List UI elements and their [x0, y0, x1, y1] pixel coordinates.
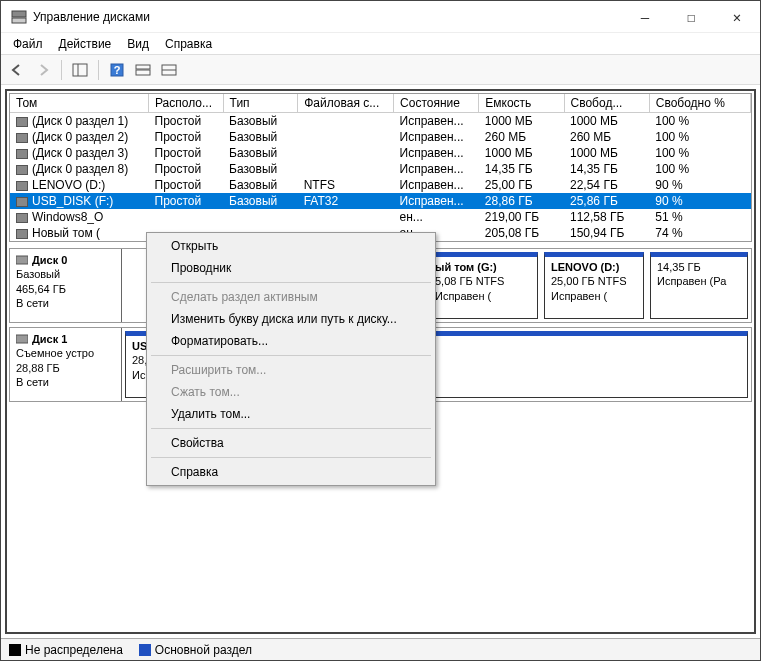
disk-icon — [16, 254, 28, 266]
col-capacity[interactable]: Емкость — [479, 94, 564, 113]
ctx-help[interactable]: Справка — [149, 461, 433, 483]
legend-primary: Основной раздел — [155, 643, 252, 657]
views-button[interactable] — [68, 58, 92, 82]
partition-oem[interactable]: 14,35 ГБ Исправен (Ра — [650, 252, 748, 319]
ctx-extend: Расширить том... — [149, 359, 433, 381]
svg-rect-6 — [136, 65, 150, 69]
svg-rect-10 — [16, 256, 28, 264]
volume-icon — [16, 229, 28, 239]
ctx-change-letter[interactable]: Изменить букву диска или путь к диску... — [149, 308, 433, 330]
table-row[interactable]: USB_DISK (F:)ПростойБазовыйFAT32Исправен… — [10, 193, 751, 209]
partition-g[interactable]: ый том (G:) 5,08 ГБ NTFS Исправен ( — [428, 252, 538, 319]
volume-icon — [16, 133, 28, 143]
disk-0-label: Диск 0 Базовый 465,64 ГБ В сети — [10, 249, 122, 322]
disk-1-name: Диск 1 — [32, 332, 67, 346]
volume-icon — [16, 149, 28, 159]
layout-top-button[interactable] — [131, 58, 155, 82]
toolbar-separator — [61, 60, 62, 80]
disk-icon — [16, 333, 28, 345]
disk-1-label: Диск 1 Съемное устро 28,88 ГБ В сети — [10, 328, 122, 401]
col-freepct[interactable]: Свободно % — [649, 94, 750, 113]
help-button[interactable]: ? — [105, 58, 129, 82]
table-row[interactable]: Windows8_Oен...219,00 ГБ112,58 ГБ51 % — [10, 209, 751, 225]
table-row[interactable]: (Диск 0 раздел 8)ПростойБазовыйИсправен.… — [10, 161, 751, 177]
minimize-button[interactable]: — — [622, 2, 668, 32]
ctx-separator — [151, 355, 431, 356]
svg-rect-2 — [73, 64, 87, 76]
partition-d[interactable]: LENOVO (D:) 25,00 ГБ NTFS Исправен ( — [544, 252, 644, 319]
ctx-delete[interactable]: Удалить том... — [149, 403, 433, 425]
window-title: Управление дисками — [33, 10, 622, 24]
col-free[interactable]: Свобод... — [564, 94, 649, 113]
ctx-separator — [151, 457, 431, 458]
disk-mgmt-icon — [11, 9, 27, 25]
table-row[interactable]: (Диск 0 раздел 1)ПростойБазовыйИсправен.… — [10, 113, 751, 130]
col-fs[interactable]: Файловая с... — [298, 94, 394, 113]
forward-button[interactable] — [31, 58, 55, 82]
menu-view[interactable]: Вид — [119, 35, 157, 53]
ctx-separator — [151, 428, 431, 429]
toolbar-separator — [98, 60, 99, 80]
col-type[interactable]: Тип — [223, 94, 298, 113]
menu-action[interactable]: Действие — [51, 35, 120, 53]
col-layout[interactable]: Располо... — [149, 94, 224, 113]
volume-icon — [16, 165, 28, 175]
svg-rect-7 — [136, 70, 150, 75]
col-status[interactable]: Состояние — [394, 94, 479, 113]
ctx-shrink: Сжать том... — [149, 381, 433, 403]
menu-help[interactable]: Справка — [157, 35, 220, 53]
svg-rect-1 — [12, 18, 26, 23]
menu-file[interactable]: Файл — [5, 35, 51, 53]
legend-swatch-unallocated — [9, 644, 21, 656]
ctx-explorer[interactable]: Проводник — [149, 257, 433, 279]
table-row[interactable]: LENOVO (D:)ПростойБазовыйNTFSИсправен...… — [10, 177, 751, 193]
volume-icon — [16, 181, 28, 191]
volume-list[interactable]: Том Располо... Тип Файловая с... Состоян… — [9, 93, 752, 242]
ctx-make-active: Сделать раздел активным — [149, 286, 433, 308]
ctx-properties[interactable]: Свойства — [149, 432, 433, 454]
ctx-separator — [151, 282, 431, 283]
maximize-button[interactable]: ☐ — [668, 2, 714, 32]
disk-0-name: Диск 0 — [32, 253, 67, 267]
ctx-format[interactable]: Форматировать... — [149, 330, 433, 352]
volume-icon — [16, 213, 28, 223]
legend-swatch-primary — [139, 644, 151, 656]
toolbar: ? — [1, 55, 760, 85]
context-menu: Открыть Проводник Сделать раздел активны… — [146, 232, 436, 486]
close-button[interactable]: ✕ — [714, 2, 760, 32]
legend: Не распределена Основной раздел — [1, 638, 760, 660]
table-row[interactable]: (Диск 0 раздел 3)ПростойБазовыйИсправен.… — [10, 145, 751, 161]
table-row[interactable]: (Диск 0 раздел 2)ПростойБазовыйИсправен.… — [10, 129, 751, 145]
col-volume[interactable]: Том — [10, 94, 149, 113]
layout-bottom-button[interactable] — [157, 58, 181, 82]
menubar: Файл Действие Вид Справка — [1, 33, 760, 55]
back-button[interactable] — [5, 58, 29, 82]
volume-icon — [16, 197, 28, 207]
svg-text:?: ? — [114, 64, 121, 76]
svg-rect-11 — [16, 335, 28, 343]
titlebar: Управление дисками — ☐ ✕ — [1, 1, 760, 33]
volume-icon — [16, 117, 28, 127]
ctx-open[interactable]: Открыть — [149, 235, 433, 257]
legend-unallocated: Не распределена — [25, 643, 123, 657]
svg-rect-0 — [12, 11, 26, 17]
